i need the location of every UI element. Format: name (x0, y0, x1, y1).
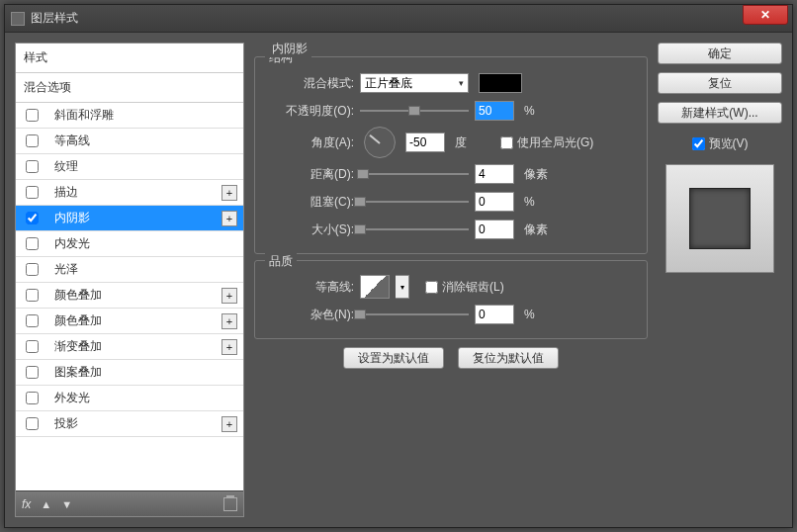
choke-slider[interactable] (360, 195, 469, 209)
style-item[interactable]: 内发光 (16, 231, 243, 257)
chevron-down-icon: ▾ (459, 78, 464, 88)
choke-label: 阻塞(C): (265, 194, 354, 211)
sidebar-footer: fx ▲ ▼ (16, 490, 243, 516)
style-label: 纹理 (46, 158, 237, 175)
style-checkbox[interactable] (26, 392, 39, 404)
style-checkbox[interactable] (26, 160, 39, 173)
shadow-color-swatch[interactable] (479, 73, 522, 93)
fx-label[interactable]: fx (22, 497, 31, 511)
plus-icon[interactable]: + (221, 416, 237, 432)
style-item[interactable]: 纹理 (16, 154, 243, 180)
style-label: 内阴影 (46, 210, 221, 226)
style-checkbox[interactable] (26, 366, 39, 379)
style-item[interactable]: 颜色叠加+ (16, 309, 243, 334)
reset-button[interactable]: 复位 (658, 72, 782, 94)
style-label: 颜色叠加 (46, 287, 221, 304)
structure-fieldset: 结构 混合模式: 正片叠底 ▾ 不透明度(O): % 角度(A): (254, 56, 648, 254)
close-button[interactable]: ✕ (743, 5, 788, 25)
style-checkbox[interactable] (26, 289, 39, 302)
plus-icon[interactable]: + (221, 288, 237, 304)
blend-options-row[interactable]: 混合选项 (16, 73, 243, 103)
choke-unit: % (524, 195, 554, 209)
contour-picker[interactable] (360, 275, 390, 299)
arrow-up-icon[interactable]: ▲ (41, 498, 51, 510)
style-item[interactable]: 颜色叠加+ (16, 283, 243, 309)
distance-unit: 像素 (524, 166, 554, 183)
style-label: 图案叠加 (46, 364, 237, 381)
blend-mode-select[interactable]: 正片叠底 ▾ (360, 73, 469, 93)
arrow-down-icon[interactable]: ▼ (61, 498, 72, 510)
style-label: 光泽 (46, 261, 237, 278)
angle-unit: 度 (455, 134, 485, 151)
angle-label: 角度(A): (265, 134, 354, 151)
style-label: 描边 (46, 184, 221, 201)
opacity-slider[interactable] (360, 104, 469, 118)
size-unit: 像素 (524, 222, 554, 238)
window-title: 图层样式 (31, 10, 786, 27)
antialias-checkbox[interactable]: 消除锯齿(L) (425, 279, 504, 296)
style-item[interactable]: 外发光 (16, 386, 243, 411)
set-default-button[interactable]: 设置为默认值 (343, 347, 444, 369)
size-label: 大小(S): (265, 222, 354, 238)
distance-input[interactable] (475, 164, 514, 184)
titlebar[interactable]: 图层样式 ✕ (5, 5, 792, 33)
right-column: 确定 复位 新建样式(W)... 预览(V) (658, 43, 782, 517)
angle-input[interactable] (405, 133, 445, 152)
ok-button[interactable]: 确定 (658, 43, 782, 64)
style-item[interactable]: 图案叠加 (16, 360, 243, 386)
style-item[interactable]: 投影+ (16, 411, 243, 437)
preview-swatch (689, 188, 751, 249)
style-item[interactable]: 内阴影+ (16, 206, 243, 231)
reset-default-button[interactable]: 复位为默认值 (458, 347, 559, 369)
style-checkbox[interactable] (26, 340, 39, 353)
distance-label: 距离(D): (265, 166, 354, 183)
style-checkbox[interactable] (26, 109, 39, 122)
style-label: 渐变叠加 (46, 338, 221, 355)
blend-mode-value: 正片叠底 (365, 75, 412, 92)
style-checkbox[interactable] (26, 263, 39, 276)
style-checkbox[interactable] (26, 212, 39, 224)
style-item[interactable]: 光泽 (16, 257, 243, 283)
choke-input[interactable] (475, 192, 514, 212)
style-checkbox[interactable] (26, 186, 39, 199)
noise-input[interactable] (475, 305, 514, 324)
angle-dial[interactable] (364, 127, 396, 158)
app-icon (11, 12, 25, 26)
quality-fieldset: 品质 等高线: ▾ 消除锯齿(L) 杂色(N): % (254, 260, 648, 339)
style-checkbox[interactable] (26, 417, 39, 430)
plus-icon[interactable]: + (221, 313, 237, 329)
plus-icon[interactable]: + (221, 339, 237, 355)
new-style-button[interactable]: 新建样式(W)... (658, 102, 782, 124)
sidebar-header: 样式 (16, 44, 243, 73)
quality-legend: 品质 (265, 253, 297, 270)
style-checkbox[interactable] (26, 314, 39, 327)
trash-icon[interactable] (223, 497, 237, 511)
opacity-input[interactable] (475, 101, 514, 121)
size-input[interactable] (475, 220, 514, 239)
preview-box (665, 164, 774, 273)
opacity-label: 不透明度(O): (265, 103, 354, 120)
style-item[interactable]: 斜面和浮雕 (16, 103, 243, 129)
style-item[interactable]: 渐变叠加+ (16, 334, 243, 360)
size-slider[interactable] (360, 222, 469, 236)
preview-checkbox[interactable]: 预览(V) (658, 135, 782, 152)
layer-style-dialog: 图层样式 ✕ 样式 混合选项 斜面和浮雕等高线纹理描边+内阴影+内发光光泽颜色叠… (4, 4, 793, 528)
style-item[interactable]: 等高线 (16, 129, 243, 154)
panel-title: 内阴影 (268, 41, 311, 57)
plus-icon[interactable]: + (221, 211, 237, 226)
distance-slider[interactable] (360, 167, 469, 181)
noise-label: 杂色(N): (265, 307, 354, 323)
blend-mode-label: 混合模式: (265, 75, 354, 92)
style-label: 等高线 (46, 133, 237, 149)
noise-slider[interactable] (360, 308, 469, 321)
style-checkbox[interactable] (26, 134, 39, 147)
noise-unit: % (524, 308, 554, 321)
opacity-unit: % (524, 104, 554, 118)
style-item[interactable]: 描边+ (16, 180, 243, 206)
style-label: 内发光 (46, 235, 237, 252)
contour-dropdown[interactable]: ▾ (396, 275, 409, 299)
plus-icon[interactable]: + (221, 185, 237, 201)
global-light-checkbox[interactable]: 使用全局光(G) (500, 134, 593, 151)
main-panel: 内阴影 结构 混合模式: 正片叠底 ▾ 不透明度(O): % (254, 43, 648, 517)
style-checkbox[interactable] (26, 237, 39, 250)
